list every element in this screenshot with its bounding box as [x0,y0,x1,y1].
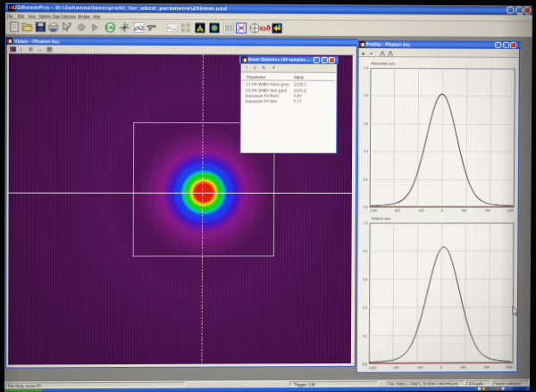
svg-text:KHF: KHF [260,25,271,31]
svg-text:CAL: CAL [106,25,115,29]
svg-text:?: ? [68,21,71,28]
